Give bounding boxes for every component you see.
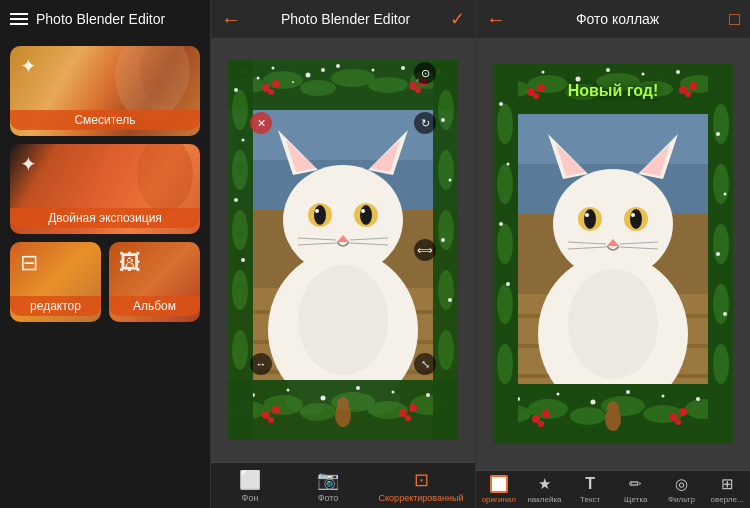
- svg-point-170: [499, 102, 503, 106]
- resize-button[interactable]: ⟺: [414, 239, 436, 261]
- photo-label: Фото: [318, 493, 339, 504]
- hamburger-menu[interactable]: [10, 13, 28, 25]
- svg-point-178: [713, 284, 729, 324]
- svg-point-47: [321, 68, 325, 72]
- svg-point-182: [716, 252, 720, 256]
- corrected-label: Скорректированный: [379, 493, 464, 504]
- svg-point-83: [242, 139, 245, 142]
- svg-point-133: [606, 68, 610, 72]
- right-frame-right: [708, 64, 733, 444]
- overlay-label: оверле...: [711, 495, 744, 504]
- svg-point-71: [399, 409, 407, 417]
- sticker-label: наклейка: [527, 495, 561, 504]
- svg-point-66: [392, 391, 395, 394]
- menu-item-double-exposure[interactable]: ✦ Двойная экспозиция: [10, 144, 200, 234]
- svg-point-111: [584, 209, 596, 229]
- menu-item-mixer[interactable]: ✦ Смеситель: [10, 46, 200, 136]
- svg-point-154: [662, 395, 665, 398]
- svg-point-183: [723, 312, 727, 316]
- delete-button[interactable]: ✕: [250, 112, 272, 134]
- editor-bg: ⊟ редактор: [10, 242, 101, 322]
- svg-point-112: [630, 209, 642, 229]
- right-frame-bottom-svg: [493, 384, 733, 444]
- svg-point-152: [591, 400, 596, 405]
- svg-point-131: [542, 71, 545, 74]
- svg-point-156: [532, 415, 540, 423]
- svg-point-135: [676, 70, 680, 74]
- flip-button[interactable]: ↔: [250, 353, 272, 375]
- right-toolbar-overlay[interactable]: ⊞ оверле...: [710, 475, 745, 504]
- text-icon: T: [585, 475, 595, 493]
- svg-point-176: [713, 164, 729, 204]
- middle-header-title: Photo Blender Editor: [281, 11, 410, 27]
- svg-point-171: [507, 163, 510, 166]
- svg-point-69: [272, 406, 280, 414]
- settings-button[interactable]: ⊙: [414, 62, 436, 84]
- svg-point-63: [287, 389, 290, 392]
- right-header-icon[interactable]: □: [729, 9, 740, 30]
- left-menu: ✦ Смеситель ✦ Двойная экспозиция ⊟ редак…: [0, 38, 210, 508]
- photo-frame-mid: ✕ ⊙ ↻ ⟺ ⤡ ↔: [228, 60, 458, 440]
- frame-right: [433, 60, 458, 440]
- new-year-text: Новый год!: [568, 82, 659, 100]
- left-header-title: Photo Blender Editor: [36, 11, 165, 27]
- svg-point-92: [441, 118, 445, 122]
- right-toolbar-brush[interactable]: ✏ Щетка: [618, 475, 653, 504]
- svg-point-177: [713, 224, 729, 264]
- rotate-button[interactable]: ↻: [414, 112, 436, 134]
- svg-point-173: [506, 282, 510, 286]
- svg-point-65: [356, 386, 360, 390]
- right-panel: ← Фото коллаж □: [475, 0, 750, 508]
- svg-point-168: [497, 284, 513, 324]
- back-button-right[interactable]: ←: [486, 8, 506, 31]
- svg-point-180: [716, 132, 720, 136]
- svg-point-161: [675, 419, 681, 425]
- scale-button[interactable]: ⤡: [414, 353, 436, 375]
- right-toolbar-filter[interactable]: ◎ Фильтр: [664, 475, 699, 504]
- right-toolbar-original[interactable]: оригинал: [481, 475, 516, 504]
- toolbar-item-fon[interactable]: ⬜ Фон: [223, 469, 278, 504]
- svg-point-166: [497, 164, 513, 204]
- svg-point-160: [679, 408, 687, 416]
- brush-icon: ✏: [629, 475, 642, 493]
- svg-point-120: [568, 269, 658, 379]
- toolbar-item-corrected[interactable]: ⊡ Скорректированный: [379, 469, 464, 504]
- svg-point-22: [361, 209, 365, 213]
- svg-point-165: [497, 104, 513, 144]
- album-label: Альбом: [109, 296, 200, 316]
- right-toolbar-text[interactable]: T Текст: [573, 475, 608, 504]
- svg-point-50: [272, 80, 280, 88]
- sticker-icon: ★: [538, 475, 551, 493]
- svg-point-151: [557, 393, 560, 396]
- svg-point-57: [263, 395, 303, 415]
- menu-item-album[interactable]: 🖼 Альбом: [109, 242, 200, 322]
- frame-bottom: [228, 380, 458, 440]
- svg-point-46: [292, 81, 294, 83]
- svg-point-87: [438, 90, 454, 130]
- bottom-menu-row: ⊟ редактор 🖼 Альбом: [10, 242, 200, 322]
- svg-point-167: [497, 224, 513, 264]
- right-canvas: Новый год!: [476, 38, 750, 470]
- svg-point-72: [409, 404, 417, 412]
- editor-label: редактор: [10, 296, 101, 316]
- svg-point-19: [314, 205, 326, 225]
- middle-panel: ← Photo Blender Editor ✓: [210, 0, 475, 508]
- svg-point-94: [441, 238, 445, 242]
- svg-point-172: [499, 222, 503, 226]
- mixer-icon: ✦: [20, 54, 37, 78]
- middle-canvas: ✕ ⊙ ↻ ⟺ ⤡ ↔: [211, 38, 475, 462]
- svg-point-146: [570, 407, 606, 425]
- right-toolbar-sticker[interactable]: ★ наклейка: [527, 475, 562, 504]
- confirm-button-middle[interactable]: ✓: [450, 8, 465, 30]
- svg-point-21: [315, 209, 319, 213]
- back-button-middle[interactable]: ←: [221, 8, 241, 31]
- svg-point-36: [368, 77, 408, 93]
- svg-point-68: [262, 411, 270, 419]
- toolbar-item-photo[interactable]: 📷 Фото: [301, 469, 356, 504]
- svg-point-157: [542, 410, 550, 418]
- fon-label: Фон: [242, 493, 259, 504]
- svg-point-20: [360, 205, 372, 225]
- svg-point-79: [232, 210, 248, 250]
- menu-item-editor[interactable]: ⊟ редактор: [10, 242, 101, 322]
- svg-point-39: [272, 67, 275, 70]
